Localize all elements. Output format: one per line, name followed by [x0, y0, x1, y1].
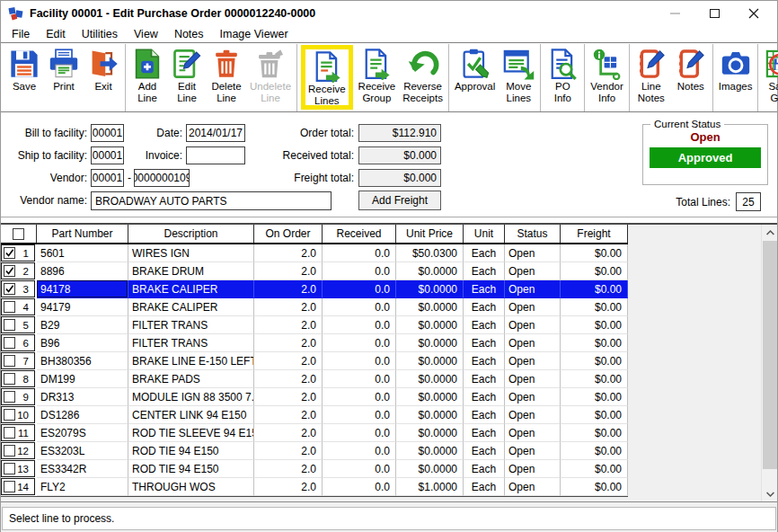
- cell-freight[interactable]: $0.00: [561, 316, 628, 334]
- edit-line-button[interactable]: Edit Line: [167, 46, 207, 106]
- table-row[interactable]: 14FLY2THROUGH WOS2.00.0$1.0000EachOpen$0…: [1, 478, 628, 496]
- row-checkbox[interactable]: [4, 445, 15, 457]
- cell-freight[interactable]: $0.00: [561, 262, 628, 280]
- po-info-button[interactable]: PO Info: [543, 46, 582, 106]
- cell-received[interactable]: 0.0: [323, 244, 396, 262]
- close-button[interactable]: [734, 1, 774, 26]
- cell-unit-price[interactable]: $0.0000: [396, 406, 464, 424]
- table-row[interactable]: 8DM199BRAKE PADS2.00.0$0.0000EachOpen$0.…: [1, 370, 628, 388]
- cell-unit-price[interactable]: $1.0000: [396, 478, 464, 496]
- cell-received[interactable]: 0.0: [323, 406, 396, 424]
- minimize-button[interactable]: [655, 1, 694, 26]
- cell-on-order[interactable]: 2.0: [254, 280, 323, 298]
- cell-unit[interactable]: Each: [464, 424, 505, 442]
- cell-received[interactable]: 0.0: [323, 460, 396, 478]
- cell-status[interactable]: Open: [505, 316, 561, 334]
- cell-part[interactable]: ES2079S: [37, 424, 128, 442]
- menu-item-file[interactable]: File: [4, 28, 38, 40]
- cell-on-order[interactable]: 2.0: [254, 460, 323, 478]
- cell-unit-price[interactable]: $0.0000: [396, 460, 464, 478]
- cell-desc[interactable]: BRAKE CALIPER: [128, 298, 254, 316]
- scroll-down-button[interactable]: [762, 486, 778, 501]
- cell-desc[interactable]: ROD TIE SLEEVE 94 E150: [128, 424, 254, 442]
- column-header-unit-price[interactable]: Unit Price: [396, 225, 464, 243]
- table-row[interactable]: 10DS1286CENTER LINK 94 E1502.00.0$0.0000…: [1, 406, 628, 424]
- cell-part[interactable]: DM199: [37, 370, 128, 388]
- delete-line-button[interactable]: Delete Line: [207, 46, 246, 106]
- row-checkbox[interactable]: [4, 427, 15, 439]
- row-checkbox[interactable]: [4, 247, 15, 259]
- cell-status[interactable]: Open: [505, 442, 561, 460]
- cell-on-order[interactable]: 2.0: [254, 262, 323, 280]
- vendor-info-button[interactable]: Vendor Info: [587, 46, 626, 106]
- menu-item-notes[interactable]: Notes: [166, 28, 212, 40]
- print-button[interactable]: Print: [44, 46, 84, 94]
- cell-part[interactable]: B96: [37, 334, 128, 352]
- add-line-button[interactable]: Add Line: [128, 46, 167, 106]
- select-all-header-cell[interactable]: [1, 225, 37, 243]
- cell-unit[interactable]: Each: [464, 370, 505, 388]
- cell-on-order[interactable]: 2.0: [254, 370, 323, 388]
- cell-desc[interactable]: FILTER TRANS: [128, 316, 254, 334]
- cell-unit[interactable]: Each: [464, 262, 505, 280]
- row-header-cell[interactable]: 10: [1, 406, 35, 423]
- cell-status[interactable]: Open: [505, 244, 561, 262]
- cell-status[interactable]: Open: [505, 478, 561, 496]
- scrollbar-thumb[interactable]: [763, 241, 777, 469]
- row-checkbox[interactable]: [4, 337, 15, 349]
- images-button[interactable]: Images: [715, 46, 756, 94]
- cell-received[interactable]: 0.0: [323, 316, 396, 334]
- cell-unit[interactable]: Each: [464, 460, 505, 478]
- cell-part[interactable]: DR313: [37, 388, 128, 406]
- table-row[interactable]: 494179BRAKE CALIPER2.00.0$0.0000EachOpen…: [1, 298, 628, 316]
- cell-unit-price[interactable]: $50.0300: [396, 244, 464, 262]
- cell-desc[interactable]: BRAKE LINE E-150 LEFT F: [128, 352, 254, 370]
- cell-received[interactable]: 0.0: [323, 334, 396, 352]
- table-row[interactable]: 28896BRAKE DRUM2.00.0$0.0000EachOpen$0.0…: [1, 262, 628, 280]
- table-row[interactable]: 13ES3342RROD TIE 94 E1502.00.0$0.0000Eac…: [1, 460, 628, 478]
- cell-unit-price[interactable]: $0.0000: [396, 298, 464, 316]
- invoice-field[interactable]: [186, 146, 245, 164]
- receive-group-button[interactable]: Receive Group: [355, 46, 400, 106]
- cell-on-order[interactable]: 2.0: [254, 478, 323, 496]
- cell-desc[interactable]: ROD TIE 94 E150: [128, 460, 254, 478]
- column-header-freight[interactable]: Freight: [561, 225, 628, 243]
- cell-freight[interactable]: $0.00: [561, 280, 628, 298]
- cell-received[interactable]: 0.0: [323, 478, 396, 496]
- row-checkbox[interactable]: [4, 355, 15, 367]
- cell-received[interactable]: 0.0: [323, 298, 396, 316]
- exit-button[interactable]: Exit: [84, 46, 123, 94]
- cell-unit[interactable]: Each: [464, 244, 505, 262]
- cell-desc[interactable]: CENTER LINK 94 E150: [128, 406, 254, 424]
- vendor-number-field[interactable]: 0000000109: [134, 169, 190, 187]
- row-header-cell[interactable]: 4: [1, 298, 35, 315]
- cell-status[interactable]: Open: [505, 280, 561, 298]
- cell-received[interactable]: 0.0: [323, 262, 396, 280]
- cell-on-order[interactable]: 2.0: [254, 424, 323, 442]
- cell-on-order[interactable]: 2.0: [254, 244, 323, 262]
- column-header-description[interactable]: Description: [128, 225, 254, 243]
- cell-received[interactable]: 0.0: [323, 388, 396, 406]
- cell-status[interactable]: Open: [505, 352, 561, 370]
- row-checkbox[interactable]: [4, 409, 15, 421]
- cell-freight[interactable]: $0.00: [561, 370, 628, 388]
- cell-part[interactable]: 8896: [37, 262, 128, 280]
- approval-button[interactable]: Approval: [451, 46, 499, 94]
- cell-unit[interactable]: Each: [464, 298, 505, 316]
- row-header-cell[interactable]: 7: [1, 352, 35, 369]
- cell-part[interactable]: B29: [37, 316, 128, 334]
- row-checkbox[interactable]: [4, 319, 15, 331]
- cell-received[interactable]: 0.0: [323, 424, 396, 442]
- cell-status[interactable]: Open: [505, 262, 561, 280]
- table-row[interactable]: 15601WIRES IGN2.00.0$50.0300EachOpen$0.0…: [1, 244, 628, 262]
- cell-on-order[interactable]: 2.0: [254, 298, 323, 316]
- table-row[interactable]: 5B29FILTER TRANS2.00.0$0.0000EachOpen$0.…: [1, 316, 628, 334]
- cell-freight[interactable]: $0.00: [561, 352, 628, 370]
- cell-part[interactable]: 94178: [37, 280, 128, 298]
- row-checkbox[interactable]: [4, 283, 15, 295]
- cell-received[interactable]: 0.0: [323, 370, 396, 388]
- cell-unit-price[interactable]: $0.0000: [396, 334, 464, 352]
- cell-on-order[interactable]: 2.0: [254, 442, 323, 460]
- cell-unit-price[interactable]: $0.0000: [396, 262, 464, 280]
- maximize-button[interactable]: [694, 1, 734, 26]
